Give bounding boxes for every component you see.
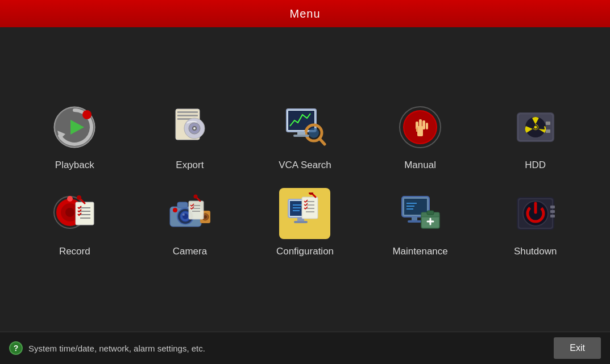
svg-rect-59 [189,201,204,219]
svg-rect-68 [294,221,308,223]
menu-item-record[interactable]: Record [23,188,127,257]
maintenance-icon-container [395,188,446,239]
svg-rect-35 [546,122,550,125]
svg-point-40 [65,208,74,217]
record-icon-container [49,188,100,239]
svg-line-77 [312,194,316,197]
configuration-icon-container [279,188,330,239]
menu-item-hdd[interactable]: HDD [483,102,587,171]
record-icon [52,191,97,236]
menu-item-vca-search[interactable]: VCA Search [253,102,357,171]
svg-rect-96 [550,206,555,208]
maintenance-icon [397,191,443,236]
vca-search-icon [282,104,327,150]
shutdown-icon-container [510,188,561,239]
svg-rect-19 [293,135,309,137]
shutdown-icon [513,191,558,236]
manual-label: Manual [404,160,436,171]
svg-point-41 [67,196,73,202]
menu-item-configuration[interactable]: Configuration [253,188,357,257]
menu-item-maintenance[interactable]: Maintenance [368,188,472,257]
svg-rect-85 [408,220,421,223]
menu-item-export[interactable]: Export [138,102,242,171]
shutdown-label: Shutdown [514,246,557,257]
menu-item-camera[interactable]: Camera [138,188,242,257]
maintenance-label: Maintenance [392,246,447,257]
help-icon: ? [9,341,23,355]
playback-label: Playback [55,160,94,171]
svg-point-57 [204,215,207,219]
hdd-label: HDD [525,160,546,171]
manual-icon-container [395,102,446,153]
svg-rect-42 [76,202,94,225]
svg-rect-18 [297,132,305,135]
svg-rect-54 [177,202,188,208]
svg-point-64 [193,195,197,199]
svg-point-12 [193,127,196,129]
playback-icon-container [49,102,100,153]
record-label: Record [59,246,90,257]
svg-point-53 [182,214,185,216]
export-label: Export [176,160,204,171]
footer-text: System time/date, network, alarm setting… [28,344,205,353]
svg-rect-28 [416,127,418,132]
svg-rect-98 [550,215,555,217]
footer-info: ? System time/date, network, alarm setti… [9,341,205,355]
svg-rect-6 [177,111,198,113]
menu-item-playback[interactable]: Playback [23,102,127,171]
header-title: Menu [289,7,320,20]
svg-rect-97 [550,210,555,213]
svg-point-58 [173,208,177,212]
svg-rect-27 [426,123,428,129]
vca-search-label: VCA Search [279,160,331,171]
camera-label: Camera [173,246,207,257]
configuration-icon [284,193,326,235]
svg-line-17 [319,139,325,144]
svg-rect-88 [427,211,434,215]
svg-rect-36 [546,129,550,133]
svg-rect-7 [177,115,198,116]
manual-icon [397,104,443,150]
svg-rect-26 [422,120,425,129]
svg-rect-84 [412,217,417,220]
camera-icon [167,191,213,236]
svg-point-16 [309,128,319,138]
vca-icon-container [279,102,330,153]
playback-icon [52,104,97,150]
svg-point-4 [82,110,92,119]
menu-grid: Playback [23,102,587,257]
export-icon-container [164,102,215,153]
export-icon [167,104,213,150]
svg-point-48 [77,195,81,200]
exit-button[interactable]: Exit [554,337,601,359]
app-container: Menu [0,0,610,364]
camera-icon-container [164,188,215,239]
svg-rect-25 [419,119,422,129]
svg-point-34 [534,126,537,129]
svg-line-63 [197,198,200,201]
footer: ? System time/date, network, alarm setti… [0,332,610,364]
menu-item-shutdown[interactable]: Shutdown [483,188,587,257]
menu-item-manual[interactable]: Manual [368,102,472,171]
header: Menu [0,0,610,27]
hdd-icon-container [510,102,561,153]
main-content: Playback [0,27,610,332]
configuration-label: Configuration [276,246,334,257]
hdd-icon [513,104,558,150]
